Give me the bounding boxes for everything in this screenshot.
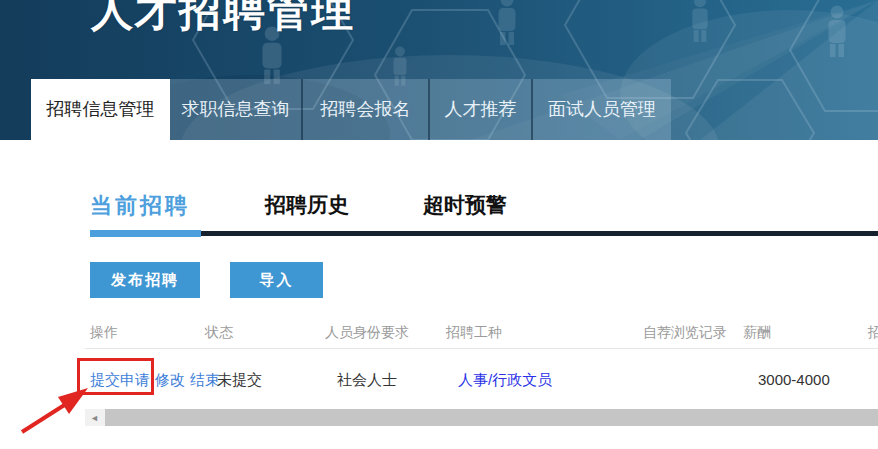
active-subtab-indicator (90, 230, 201, 237)
row-salary: 3000-4000 (758, 371, 830, 388)
row-job-type: 人事/行政文员 (458, 371, 552, 390)
publish-recruit-button[interactable]: 发布招聘 (90, 262, 200, 298)
col-header-operation: 操作 (90, 324, 118, 342)
app-window: 人才招聘管理 招聘信息管理 求职信息查询 招聘会报名 人才推荐 面试人员管理 当… (0, 0, 878, 449)
col-header-salary: 薪酬 (743, 324, 771, 342)
col-header-identity-requirement: 人员身份要求 (325, 324, 409, 342)
tab-job-seek-query[interactable]: 求职信息查询 (170, 79, 301, 140)
job-type-link[interactable]: 人事/行政文员 (458, 371, 552, 388)
tab-job-fair-signup[interactable]: 招聘会报名 (301, 79, 428, 140)
scrollbar-left-arrow-icon[interactable]: ◄ (85, 409, 104, 426)
table-header-divider (85, 348, 878, 349)
row-action-links: 提交申请修改结束 (90, 371, 225, 390)
horizontal-scrollbar[interactable]: ◄ (85, 409, 878, 426)
col-header-clipped: 招 (868, 324, 878, 342)
subtab-current-recruit[interactable]: 当前招聘 (90, 191, 190, 221)
col-header-job-type: 招聘工种 (446, 324, 502, 342)
col-header-self-recommend-views: 自荐浏览记录 (643, 324, 727, 342)
modify-link[interactable]: 修改 (155, 371, 185, 388)
col-header-status: 状态 (205, 324, 233, 342)
import-button[interactable]: 导入 (230, 262, 323, 298)
page-title: 人才招聘管理 (91, 0, 355, 39)
row-identity-requirement: 社会人士 (337, 371, 397, 390)
tab-interviewee-mgmt[interactable]: 面试人员管理 (531, 79, 671, 140)
scrollbar-thumb[interactable] (105, 409, 878, 426)
end-link[interactable]: 结束 (190, 371, 220, 388)
subtab-recruit-history[interactable]: 招聘历史 (265, 191, 349, 219)
tab-recruit-info-mgmt[interactable]: 招聘信息管理 (31, 79, 170, 140)
row-status: 未提交 (217, 371, 262, 390)
main-tab-bar: 招聘信息管理 求职信息查询 招聘会报名 人才推荐 面试人员管理 (31, 79, 671, 140)
submit-application-link[interactable]: 提交申请 (90, 371, 150, 388)
hero-header: 人才招聘管理 招聘信息管理 求职信息查询 招聘会报名 人才推荐 面试人员管理 (0, 0, 878, 140)
subtab-timeout-warning[interactable]: 超时预警 (423, 191, 507, 219)
subtab-divider-line (201, 231, 878, 236)
tab-talent-recommend[interactable]: 人才推荐 (428, 79, 531, 140)
